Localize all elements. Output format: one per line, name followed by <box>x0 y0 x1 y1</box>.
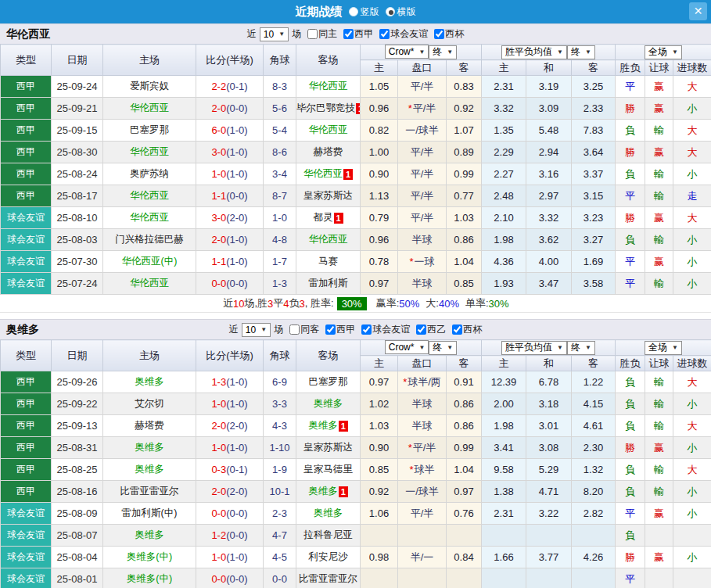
home-team-link[interactable]: 华伦西亚 <box>130 190 169 201</box>
home-team-link[interactable]: 巴塞罗那 <box>130 124 169 135</box>
scope-select[interactable]: 全场▼ <box>645 45 682 59</box>
avg-away-cell: 4.15 <box>572 393 616 415</box>
layout-radio-vertical[interactable]: 竖版 <box>349 5 379 19</box>
filter-check[interactable]: 西乙 <box>413 323 446 336</box>
away-team-link[interactable]: 雷加利斯 <box>309 278 348 289</box>
filter-check[interactable]: 球会友谊 <box>376 27 428 41</box>
home-team-link[interactable]: 奥维多 <box>135 376 164 387</box>
home-team-link[interactable]: 华伦西亚 <box>130 102 169 113</box>
away-team-link[interactable]: 皇家苏斯达 <box>303 190 353 201</box>
avg-home-cell <box>482 525 526 547</box>
avg-home-cell: 2.29 <box>482 142 526 163</box>
handicap-value: 平/半 <box>413 442 436 454</box>
result-handicap-cell: 輸 <box>645 120 673 142</box>
home-team-link[interactable]: 华伦西亚 <box>130 146 169 157</box>
result-handicap-cell: 赢 <box>645 98 673 120</box>
league-cell: 西甲 <box>1 120 52 142</box>
home-team-link[interactable]: 华伦西亚 <box>130 278 169 289</box>
subcolumn-header: 让球 <box>645 60 673 76</box>
away-team-link[interactable]: 比雷亚雷亚尔 <box>299 573 357 584</box>
result-wdl-cell: 負 <box>616 481 645 503</box>
home-team-link[interactable]: 奥维多(中) <box>127 551 172 562</box>
away-odds-cell: 1.04 <box>447 251 482 273</box>
home-team-link[interactable]: 爱斯宾奴 <box>130 81 169 91</box>
home-team-link[interactable]: 奥维多(中) <box>127 573 172 584</box>
home-team-link[interactable]: 奥维多 <box>135 529 164 540</box>
filter-checkbox[interactable] <box>361 324 372 335</box>
avg-type-select[interactable]: 胜平负均值▼ <box>501 45 567 59</box>
away-odds-cell: 1.03 <box>447 207 482 229</box>
away-team-cell: 赫塔费 <box>296 142 361 163</box>
away-team-link[interactable]: 奥维多 <box>308 420 338 431</box>
away-team-link[interactable]: 毕尔巴鄂竞技 <box>296 102 355 113</box>
away-team-link[interactable]: 奥维多 <box>314 398 343 409</box>
home-team-link[interactable]: 奥维多 <box>135 464 164 475</box>
layout-radio-horizontal[interactable]: 横版 <box>386 5 416 19</box>
handicap-cell: *球半 <box>398 459 447 481</box>
filter-check[interactable]: 西甲 <box>340 27 373 41</box>
radio-selected-icon[interactable] <box>386 7 395 16</box>
away-team-link[interactable]: 奥维多 <box>308 486 338 497</box>
home-team-link[interactable]: 奥维多 <box>135 442 164 453</box>
filter-checkbox[interactable] <box>452 324 462 335</box>
filter-checkbox[interactable] <box>325 324 336 335</box>
odds-company-select[interactable]: Crow*▼ <box>385 45 429 59</box>
home-team-link[interactable]: 赫塔费 <box>135 420 164 431</box>
avg-stage-select[interactable]: 终▼ <box>567 45 595 59</box>
close-icon[interactable]: ✕ <box>689 2 707 20</box>
away-team-link[interactable]: 赫塔费 <box>314 146 343 157</box>
table-row: 西甲25-09-13赫塔费2-0(2-0)4-3奥维多11.03半球0.861.… <box>1 415 711 437</box>
away-team-link[interactable]: 马赛 <box>318 256 338 267</box>
result-goals-cell: 小 <box>673 163 711 185</box>
away-team-link[interactable]: 都灵 <box>314 212 333 223</box>
home-team-link[interactable]: 奥萨苏纳 <box>130 168 169 179</box>
filter-check[interactable]: 西杯 <box>449 323 482 336</box>
home-team-link[interactable]: 华伦西亚(中) <box>122 256 178 267</box>
filter-check-label: 球会友谊 <box>372 323 410 336</box>
odds-stage-select[interactable]: 终▼ <box>429 341 457 355</box>
home-team-link[interactable]: 华伦西亚 <box>130 212 169 223</box>
filter-check[interactable]: 同客 <box>286 323 319 336</box>
filter-checkbox[interactable] <box>379 29 390 39</box>
away-team-link[interactable]: 华伦西亚 <box>309 81 348 91</box>
odds-company-select[interactable]: Crow*▼ <box>385 340 429 354</box>
away-team-link[interactable]: 巴塞罗那 <box>309 376 348 387</box>
section-team-1: 华伦西亚 近10▼场同主西甲球会友谊西杯 类型日期主场比分(半场)角球客场Cro… <box>0 23 711 313</box>
filter-check[interactable]: 同主 <box>304 27 337 41</box>
filter-checkbox[interactable] <box>434 29 444 39</box>
away-team-link[interactable]: 皇家马德里 <box>303 464 353 475</box>
filter-checkbox[interactable] <box>343 29 354 39</box>
avg-type-select[interactable]: 胜平负均值▼ <box>501 341 567 355</box>
away-team-link[interactable]: 奥维多 <box>314 507 343 518</box>
away-team-link[interactable]: 拉科鲁尼亚 <box>303 529 353 540</box>
odds-stage-select[interactable]: 终▼ <box>429 45 457 59</box>
home-team-link[interactable]: 雷加利斯(中) <box>122 507 178 518</box>
radio-unselected-icon[interactable] <box>349 7 358 16</box>
filter-check[interactable]: 西杯 <box>431 27 464 41</box>
away-team-link[interactable]: 华伦西亚 <box>309 234 348 245</box>
away-team-link[interactable]: 利安尼沙 <box>309 551 348 562</box>
filter-check[interactable]: 西甲 <box>322 323 355 336</box>
recent-count-select[interactable]: 10▼ <box>260 27 289 41</box>
avg-stage-select[interactable]: 终▼ <box>567 341 595 355</box>
filter-checkbox[interactable] <box>416 324 426 335</box>
away-team-link[interactable]: 华伦西亚 <box>309 124 348 135</box>
date-cell: 25-08-04 <box>52 547 103 568</box>
score-cell: 2-0(0-0) <box>196 98 264 120</box>
home-team-link[interactable]: 比雷亚雷亚尔 <box>120 486 179 497</box>
recent-count-select[interactable]: 10▼ <box>242 323 271 337</box>
handicap-value: 一/球半 <box>405 124 439 136</box>
home-team-link[interactable]: 艾尔切 <box>135 398 164 409</box>
away-team-link[interactable]: 华伦西亚 <box>303 168 343 179</box>
home-team-link[interactable]: 门兴格拉德巴赫 <box>115 234 184 245</box>
table-row: 西甲25-09-15巴塞罗那6-0(1-0)5-4华伦西亚0.82一/球半1.0… <box>1 120 711 142</box>
away-team-link[interactable]: 皇家苏斯达 <box>303 442 353 453</box>
filter-checkbox[interactable] <box>307 29 318 39</box>
filter-check[interactable]: 球会友谊 <box>358 323 410 336</box>
filter-checkbox[interactable] <box>289 324 300 335</box>
subcolumn-header: 胜负 <box>616 356 645 371</box>
home-team-cell: 比雷亚雷亚尔 <box>103 481 196 503</box>
avg-away-cell: 4.26 <box>572 547 616 568</box>
handicap-value: 平/半 <box>411 190 434 202</box>
scope-select[interactable]: 全场▼ <box>645 341 682 355</box>
